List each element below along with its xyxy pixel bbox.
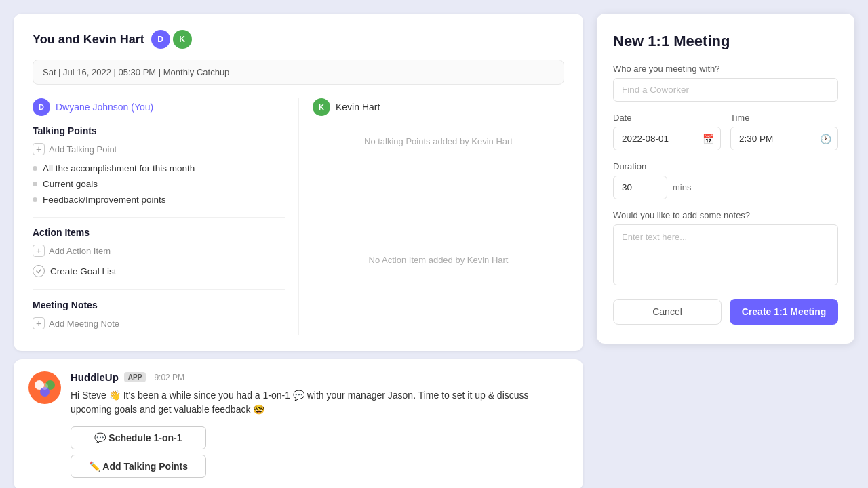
talking-point-text: Feedback/Improvement points [43,195,166,205]
date-time-row: Date 📅 Time 🕐 [613,113,838,150]
kevin-column: K Kevin Hart No talking Points added by … [298,98,564,335]
date-form-group: Date 📅 [613,113,721,150]
add-meeting-note-row[interactable]: + Add Meeting Note [33,317,285,329]
add-talking-point-icon[interactable]: + [33,143,45,155]
duration-form-group: Duration mins [613,161,838,199]
notes-form-group: Would you like to add some notes? [613,210,838,285]
meeting-notes-title: Meeting Notes [33,300,285,310]
chat-header: HuddleUp APP 9:02 PM [71,371,568,383]
add-talking-point-row[interactable]: + Add Talking Point [33,143,285,155]
talking-points-title: Talking Points [33,125,285,136]
time-label: Time [730,113,838,123]
notes-textarea[interactable] [613,224,838,285]
cancel-button[interactable]: Cancel [613,299,722,325]
action-items-title: Action Items [33,227,285,238]
dwyane-avatar: D [33,98,50,116]
panel-title: New 1:1 Meeting [613,33,838,50]
list-item: All the accomplishment for this month [33,161,285,176]
date-label: Date [613,113,721,123]
no-talking-points-text: No talking Points added by Kevin Hart [313,136,564,146]
meeting-header: You and Kevin Hart D K [33,30,564,49]
check-icon [33,265,45,277]
who-form-group: Who are you meeting with? [613,64,838,102]
list-item: Current goals [33,176,285,192]
add-action-item-icon[interactable]: + [33,245,45,257]
duration-row: mins [613,176,838,199]
talking-points-list: All the accomplishment for this month Cu… [33,161,285,207]
add-action-item-row[interactable]: + Add Action Item [33,245,285,257]
avatar-group: D K [151,30,192,49]
talking-point-text: Current goals [43,179,98,189]
new-meeting-panel: New 1:1 Meeting Who are you meeting with… [597,14,854,344]
schedule-1on1-button[interactable]: 💬 Schedule 1-on-1 [71,426,206,449]
create-meeting-button[interactable]: Create 1:1 Meeting [730,299,838,325]
kevin-header: K Kevin Hart [313,98,564,116]
meeting-title: You and Kevin Hart [33,33,144,47]
avatar-kevin: K [173,30,192,49]
panel-actions: Cancel Create 1:1 Meeting [613,299,838,325]
chat-message: Hi Steve 👋 It's been a while since you h… [71,388,568,417]
duration-unit: mins [673,182,691,192]
time-form-group: Time 🕐 [730,113,838,150]
add-meeting-note-icon[interactable]: + [33,317,45,329]
date-input-wrapper: 📅 [613,127,721,150]
add-meeting-note-label: Add Meeting Note [49,319,119,329]
bullet-icon [33,182,37,186]
chat-app-name: HuddleUp [71,371,119,383]
chat-notification: HuddleUp APP 9:02 PM Hi Steve 👋 It's bee… [14,359,583,488]
action-item-text: Create Goal List [50,266,117,277]
dwyane-header: D Dwyane Johnson (You) [33,98,285,116]
duration-label: Duration [613,161,838,171]
list-item: Feedback/Improvement points [33,192,285,207]
svg-point-4 [41,383,48,390]
who-label: Who are you meeting with? [613,64,838,74]
no-action-items-text: No Action Item added by Kevin Hart [313,255,564,265]
calendar-icon: 📅 [703,134,714,144]
add-action-item-label: Add Action Item [49,246,111,256]
meeting-card: You and Kevin Hart D K Sat | Jul 16, 202… [14,14,583,351]
time-input-wrapper: 🕐 [730,127,838,150]
section-divider-2 [33,289,285,290]
huddleup-logo [28,371,61,404]
duration-input[interactable] [613,176,667,199]
action-items-section: Action Items + Add Action Item Create Go… [33,227,285,280]
section-divider [33,217,285,218]
avatar-dwyane: D [151,30,170,49]
add-talking-points-button[interactable]: ✏️ Add Talking Points [71,455,206,478]
kevin-avatar: K [313,98,330,116]
add-talking-point-label: Add Talking Point [49,144,117,155]
bullet-icon [33,197,37,202]
dwyane-name: Dwyane Johnson (You) [56,102,153,113]
kevin-name: Kevin Hart [336,102,380,113]
clock-icon: 🕐 [820,134,831,144]
notes-label: Would you like to add some notes? [613,210,838,220]
action-item-row: Create Goal List [33,262,285,280]
meeting-notes-section: Meeting Notes + Add Meeting Note [33,300,285,329]
chat-time: 9:02 PM [154,373,184,382]
coworker-input[interactable] [613,78,838,102]
app-badge: APP [124,372,146,382]
meeting-meta: Sat | Jul 16, 2022 | 05:30 PM | Monthly … [33,60,564,85]
meeting-columns: D Dwyane Johnson (You) Talking Points + … [33,98,564,335]
chat-content: HuddleUp APP 9:02 PM Hi Steve 👋 It's bee… [71,371,568,478]
dwyane-column: D Dwyane Johnson (You) Talking Points + … [33,98,298,335]
chat-buttons: 💬 Schedule 1-on-1 ✏️ Add Talking Points [71,426,568,478]
talking-point-text: All the accomplishment for this month [43,163,195,174]
bullet-icon [33,166,37,171]
